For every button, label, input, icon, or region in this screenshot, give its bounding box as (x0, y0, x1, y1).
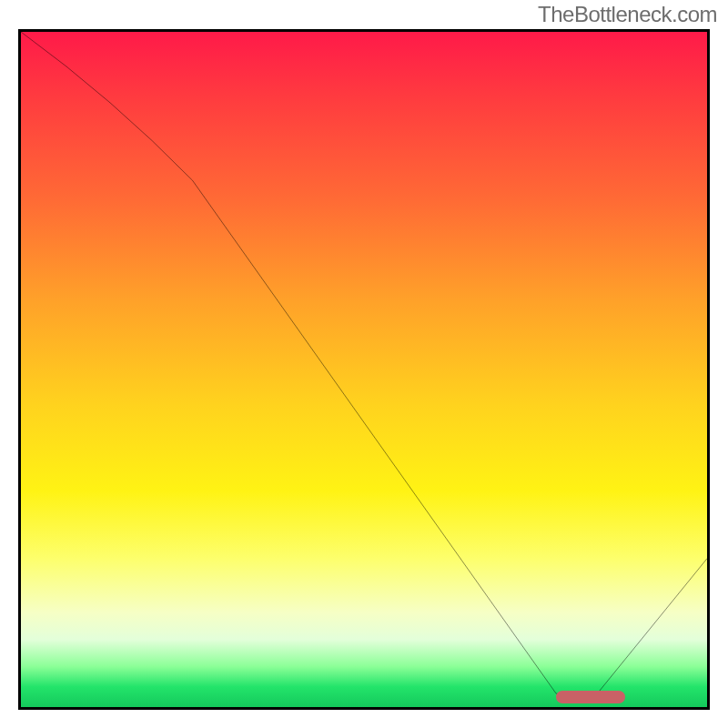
watermark-text: TheBottleneck.com (538, 2, 717, 27)
optimal-range-marker (556, 691, 624, 703)
chart-plot-area (18, 29, 710, 710)
bottleneck-curve (21, 32, 707, 707)
chart-container: TheBottleneck.com (0, 0, 728, 728)
